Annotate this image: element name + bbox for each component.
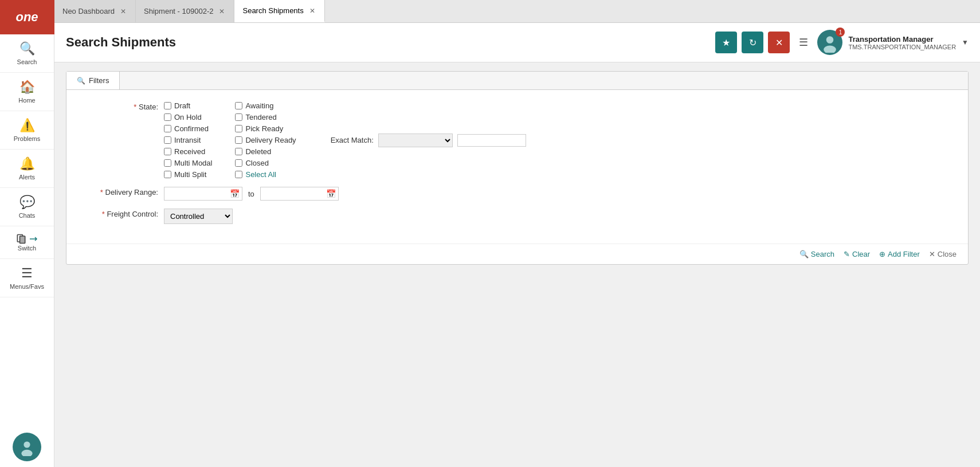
close-action[interactable]: ✕ Close: [929, 250, 957, 258]
intransit-checkbox[interactable]: [164, 136, 171, 144]
chats-icon: 💬: [19, 195, 35, 210]
header-actions: ★ ↻ ✕ ☰ 1 Transportation Manager TMS.TRA…: [715, 30, 969, 55]
sidebar-item-home[interactable]: 🏠 Home: [0, 73, 54, 111]
filters-tab[interactable]: 🔍 Filters: [66, 72, 120, 89]
sidebar: one 🔍 Search 🏠 Home ⚠️ Problems 🔔 Alerts…: [0, 0, 54, 467]
svg-point-3: [23, 441, 30, 448]
tab-neo-dashboard-close[interactable]: ✕: [119, 8, 127, 15]
main-area: Neo Dashboard ✕ Shipment - 109002-2 ✕ Se…: [54, 0, 980, 467]
sidebar-item-problems[interactable]: ⚠️ Problems: [0, 111, 54, 150]
filters-tabs: 🔍 Filters: [66, 72, 968, 90]
document-icon: [15, 233, 27, 245]
select-all-checkbox[interactable]: [235, 171, 242, 178]
exact-match-select[interactable]: Shipment ID PRO Number BOL Number: [378, 134, 453, 147]
search-icon: 🔍: [19, 41, 35, 56]
sidebar-item-menus[interactable]: ☰ Menus/Favs: [0, 259, 54, 297]
delivery-range-to-input[interactable]: [263, 189, 326, 199]
on-hold-checkbox[interactable]: [164, 113, 171, 121]
page-title: Search Shipments: [66, 35, 176, 50]
checkbox-received: Received: [164, 147, 212, 156]
freight-control-select[interactable]: Controlled Uncontrolled Both: [164, 209, 233, 224]
calendar-from-icon[interactable]: 📅: [230, 189, 240, 198]
notification-badge: 1: [836, 28, 845, 37]
problems-icon: ⚠️: [19, 118, 35, 133]
menus-icon: ☰: [21, 266, 33, 281]
menu-button[interactable]: ☰: [794, 34, 813, 51]
state-col1: Draft On Hold Confirmed: [164, 101, 212, 179]
checkbox-on-hold: On Hold: [164, 113, 212, 121]
close-button[interactable]: ✕: [768, 32, 790, 53]
freight-control-label: * Freight Control:: [84, 209, 158, 218]
tendered-checkbox[interactable]: [235, 113, 242, 121]
delivery-range-to: 📅: [260, 187, 339, 201]
state-filter-row: * State: Draft On Hold: [84, 101, 951, 179]
tab-search-shipments-close[interactable]: ✕: [308, 7, 316, 14]
state-label: * State:: [84, 101, 158, 111]
checkbox-intransit: Intransit: [164, 136, 212, 144]
tab-shipment-close[interactable]: ✕: [218, 8, 226, 15]
delivery-range-from-input[interactable]: [167, 189, 230, 199]
exact-match-input[interactable]: [457, 134, 526, 147]
delivery-range-row: * Delivery Range: 📅 to 📅: [84, 187, 951, 201]
delivery-range-from: 📅: [164, 187, 242, 201]
sidebar-item-alerts[interactable]: 🔔 Alerts: [0, 150, 54, 188]
state-checkboxes: Draft On Hold Confirmed: [164, 101, 526, 179]
draft-checkbox[interactable]: [164, 102, 171, 109]
received-checkbox[interactable]: [164, 148, 171, 155]
checkbox-multi-modal: Multi Modal: [164, 159, 212, 167]
checkbox-tendered: Tendered: [235, 113, 296, 121]
user-section[interactable]: 1 Transportation Manager TMS.TRANSPORTAT…: [817, 30, 969, 55]
sidebar-item-chats[interactable]: 💬 Chats: [0, 188, 54, 226]
user-role: TMS.TRANSPORTATION_MANAGER: [848, 44, 956, 50]
exact-match-label: Exact Match:: [331, 136, 374, 144]
checkbox-draft: Draft: [164, 101, 212, 110]
tab-shipment[interactable]: Shipment - 109002-2 ✕: [136, 0, 234, 22]
sidebar-item-switch[interactable]: Switch: [0, 226, 54, 259]
delivery-ready-checkbox[interactable]: [235, 136, 242, 144]
delivery-range-label: * Delivery Range:: [84, 187, 158, 197]
page-header: Search Shipments ★ ↻ ✕ ☰ 1 Transportatio…: [54, 23, 980, 62]
refresh-button[interactable]: ↻: [742, 32, 763, 53]
checkbox-multi-split: Multi Split: [164, 170, 212, 179]
calendar-to-icon[interactable]: 📅: [326, 189, 336, 198]
checkbox-delivery-ready: Delivery Ready: [235, 136, 296, 144]
multi-split-checkbox[interactable]: [164, 171, 171, 178]
close-action-icon: ✕: [929, 250, 935, 258]
alerts-icon: 🔔: [19, 156, 35, 171]
filters-footer: 🔍 Search ✎ Clear ⊕ Add Filter ✕ Close: [66, 244, 968, 264]
svg-rect-1: [20, 236, 25, 244]
page-content: 🔍 Filters * State: D: [54, 62, 980, 467]
user-dropdown-arrow[interactable]: ▼: [962, 38, 969, 46]
sidebar-bottom: [13, 433, 41, 467]
tab-neo-dashboard-label: Neo Dashboard: [62, 7, 115, 15]
pick-ready-checkbox[interactable]: [235, 125, 242, 132]
search-action-icon: 🔍: [799, 250, 809, 258]
app-logo[interactable]: one: [0, 0, 54, 34]
sidebar-user-avatar[interactable]: [13, 433, 41, 461]
user-avatar: 1: [817, 30, 842, 55]
confirmed-checkbox[interactable]: [164, 125, 171, 132]
tab-search-shipments[interactable]: Search Shipments ✕: [234, 0, 324, 22]
multi-modal-checkbox[interactable]: [164, 159, 171, 167]
filters-tab-label: Filters: [89, 76, 109, 85]
search-action[interactable]: 🔍 Search: [799, 250, 834, 258]
sidebar-item-search[interactable]: 🔍 Search: [0, 34, 54, 73]
closed-checkbox[interactable]: [235, 159, 242, 167]
user-avatar-icon: [18, 438, 36, 456]
tab-shipment-label: Shipment - 109002-2: [144, 7, 213, 15]
user-info: Transportation Manager TMS.TRANSPORTATIO…: [848, 35, 956, 50]
filters-panel: 🔍 Filters * State: D: [66, 71, 969, 265]
tab-search-shipments-label: Search Shipments: [242, 6, 303, 15]
awaiting-checkbox[interactable]: [235, 102, 242, 109]
checkbox-select-all: Select All: [235, 170, 296, 179]
checkbox-closed: Closed: [235, 159, 296, 167]
filter-icon: 🔍: [77, 77, 85, 85]
clear-action[interactable]: ✎ Clear: [844, 250, 870, 258]
add-filter-action[interactable]: ⊕ Add Filter: [879, 250, 920, 258]
checkbox-pick-ready: Pick Ready: [235, 124, 296, 133]
deleted-checkbox[interactable]: [235, 148, 242, 155]
tab-neo-dashboard[interactable]: Neo Dashboard ✕: [54, 0, 136, 22]
exact-match-section: Exact Match: Shipment ID PRO Number BOL …: [331, 101, 526, 179]
state-col2: Awaiting Tendered Pick Ready: [235, 101, 296, 179]
favorite-button[interactable]: ★: [715, 32, 737, 53]
